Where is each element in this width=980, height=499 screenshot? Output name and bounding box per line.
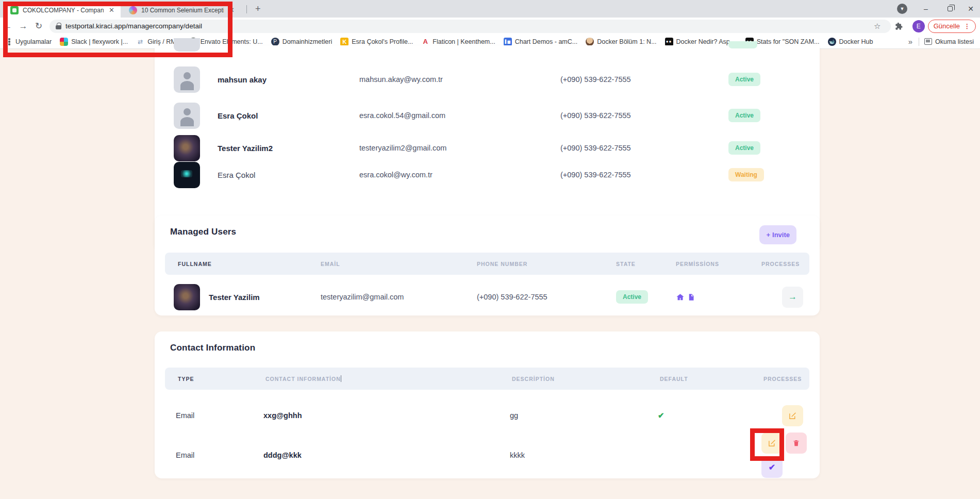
bookmark-docker-bolum[interactable]: Docker Bölüm 1: N... bbox=[583, 38, 659, 46]
text-cursor bbox=[341, 375, 341, 382]
col-description: DESCRİPTİON bbox=[512, 376, 660, 382]
contact-type: Email bbox=[176, 411, 263, 420]
user-email: testeryazilim@gmail.com bbox=[321, 293, 477, 301]
bookmark-domainhizmetleri[interactable]: PDomainhizmetleri bbox=[268, 38, 336, 46]
user-email: esra.cokol@wy.com.tr bbox=[359, 171, 560, 179]
user-phone: (+090) 539-622-7555 bbox=[560, 171, 728, 179]
user-name: mahsun akay bbox=[209, 75, 359, 84]
bookmark-kaggle-profile[interactable]: KEsra Çokol's Profile... bbox=[337, 38, 416, 46]
profile-avatar[interactable]: E bbox=[912, 20, 925, 32]
section-title: Contact Information bbox=[170, 343, 255, 353]
bookmark-docker-hub[interactable]: Docker Hub bbox=[825, 38, 876, 46]
invite-button[interactable]: + Invite bbox=[759, 225, 796, 244]
contact-value: xxg@ghhh bbox=[263, 411, 510, 420]
managed-users-header-row: FULLNAME EMAİL PHONE NUMBER STATE PERMİS… bbox=[165, 253, 809, 275]
avatar bbox=[174, 162, 200, 188]
bookmark-label: Docker Bölüm 1: N... bbox=[597, 38, 656, 45]
restore-icon bbox=[948, 6, 953, 11]
bookmark-label: Flaticon | Keenthem... bbox=[433, 38, 495, 45]
col-fullname: FULLNAME bbox=[178, 261, 321, 267]
col-processes: PROCESSES bbox=[763, 376, 818, 382]
close-button[interactable]: ✕ bbox=[960, 0, 980, 18]
status-badge: Active bbox=[728, 73, 760, 86]
chrome-update-button[interactable]: Güncelle ⋮ bbox=[928, 20, 976, 33]
contact-description: kkkk bbox=[510, 451, 658, 459]
contact-row[interactable]: Email dddg@kkk kkkk ✔ bbox=[155, 433, 820, 467]
user-name: Esra Çokol bbox=[209, 171, 359, 179]
bookmark-label: Domainhizmetleri bbox=[283, 38, 333, 45]
col-default: DEFAULT bbox=[660, 376, 763, 382]
contact-row[interactable]: Email xxg@ghhh gg ✔ bbox=[155, 400, 820, 431]
user-name: Tester Yazilim bbox=[209, 293, 260, 302]
contact-header-row: TYPE CONTACT INFORMATİON DESCRİPTİON DEF… bbox=[165, 368, 809, 390]
default-check-icon: ✔ bbox=[658, 411, 761, 420]
col-phone: PHONE NUMBER bbox=[477, 261, 616, 267]
user-row[interactable]: mahsun akay mahsun.akay@wy.com.tr (+090)… bbox=[155, 61, 820, 97]
managed-user-row[interactable]: Tester Yazilim testeryazilim@gmail.com (… bbox=[155, 277, 820, 317]
user-email: esra.cokol.54@gmail.com bbox=[359, 111, 560, 120]
user-name: Esra Çokol bbox=[209, 111, 359, 120]
user-row[interactable]: Esra Çokol esra.cokol@wy.com.tr (+090) 5… bbox=[155, 157, 820, 193]
chart-icon bbox=[504, 38, 512, 46]
minimize-button[interactable]: – bbox=[915, 0, 937, 18]
bookmark-label: Chart Demos - amC... bbox=[515, 38, 578, 45]
status-badge: Active bbox=[616, 290, 648, 304]
new-tab-button[interactable]: + bbox=[255, 4, 261, 14]
user-row[interactable]: Esra Çokol esra.cokol.54@gmail.com (+090… bbox=[155, 97, 820, 134]
contact-type: Email bbox=[176, 451, 263, 459]
status-badge-partial bbox=[728, 41, 757, 48]
edit-button[interactable] bbox=[782, 405, 803, 426]
avatar bbox=[174, 103, 200, 129]
p-badge-icon: P bbox=[271, 38, 279, 46]
annotation-rectangle-tabs-url bbox=[3, 2, 232, 57]
tab-divider bbox=[246, 5, 247, 13]
docker-whale-icon bbox=[828, 38, 836, 46]
bookmark-label: Esra Çokol's Profile... bbox=[352, 38, 413, 45]
page-body: mahsun akay mahsun.akay@wy.com.tr (+090)… bbox=[0, 49, 980, 499]
col-processes: PROCESSES bbox=[761, 261, 816, 267]
open-detail-arrow-button[interactable]: → bbox=[782, 287, 803, 308]
status-badge: Waiting bbox=[728, 168, 764, 181]
plus-icon: + bbox=[766, 231, 770, 239]
status-badge: Active bbox=[728, 109, 760, 122]
col-contact-information: CONTACT INFORMATİON bbox=[265, 375, 512, 382]
contact-value: dddg@kkk bbox=[263, 451, 510, 459]
bookmark-label: Docker Hub bbox=[839, 38, 873, 45]
restore-button[interactable] bbox=[939, 0, 961, 18]
bookmark-label: Stats for "SON ZAM... bbox=[757, 38, 820, 45]
user-phone: (+090) 539-622-7555 bbox=[560, 75, 728, 84]
kebab-menu-icon[interactable]: ⋮ bbox=[964, 23, 970, 30]
contact-information-card: Contact Information TYPE CONTACT INFORMA… bbox=[155, 331, 820, 478]
reading-list-button[interactable]: Okuma listesi bbox=[921, 38, 977, 45]
managed-users-card: Managed Users + Invite FULLNAME EMAİL PH… bbox=[155, 215, 820, 315]
flaticon-icon: A bbox=[421, 38, 429, 46]
bookmark-star-icon[interactable]: ☆ bbox=[870, 22, 885, 31]
video-icon: ●● bbox=[665, 38, 673, 46]
invite-label: Invite bbox=[772, 231, 790, 239]
user-phone: (+090) 539-622-7555 bbox=[560, 111, 728, 120]
annotation-rectangle-confirm-button bbox=[750, 428, 784, 461]
bookmark-flaticon[interactable]: AFlaticon | Keenthem... bbox=[418, 38, 498, 46]
col-type: TYPE bbox=[178, 376, 265, 382]
update-label: Güncelle bbox=[934, 22, 960, 30]
bookmarks-overflow-chevron[interactable]: » bbox=[904, 37, 917, 46]
user-email: mahsun.akay@wy.com.tr bbox=[359, 75, 560, 84]
reading-list-icon bbox=[924, 38, 932, 45]
status-badge: Active bbox=[728, 141, 760, 155]
col-email: EMAİL bbox=[321, 261, 477, 267]
user-phone: (+090) 539-622-7555 bbox=[560, 144, 728, 152]
section-title: Managed Users bbox=[170, 227, 236, 237]
kaggle-icon: K bbox=[340, 38, 348, 46]
document-permission-icon bbox=[687, 293, 695, 302]
chrome-menu-chevron-icon[interactable]: ▼ bbox=[897, 4, 907, 14]
extensions-puzzle-icon[interactable] bbox=[895, 22, 909, 30]
bookmark-chart-demos[interactable]: Chart Demos - amC... bbox=[501, 38, 581, 46]
delete-button[interactable] bbox=[786, 433, 807, 454]
col-state: STATE bbox=[616, 261, 676, 267]
contact-description: gg bbox=[510, 411, 658, 420]
avatar bbox=[174, 66, 200, 93]
user-name: Tester Yazilim2 bbox=[209, 144, 359, 153]
user-email: testeryazilim2@gmail.com bbox=[359, 144, 560, 152]
home-permission-icon bbox=[676, 293, 685, 302]
reading-list-label: Okuma listesi bbox=[935, 38, 974, 45]
